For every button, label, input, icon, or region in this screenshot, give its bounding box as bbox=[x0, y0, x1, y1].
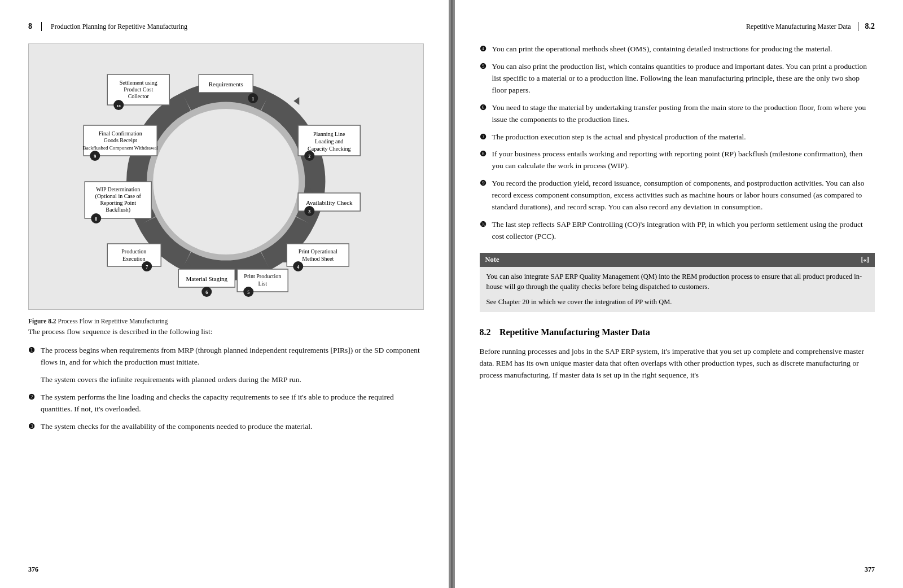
svg-text:(Optional in Case of: (Optional in Case of bbox=[95, 193, 142, 200]
intro-text: The process flow sequence is described i… bbox=[28, 326, 424, 338]
bullet-9: ❾ bbox=[480, 178, 489, 189]
svg-text:Method Sheet: Method Sheet bbox=[302, 256, 334, 262]
list-item-5-text: You can also print the production list, … bbox=[492, 61, 875, 96]
section-body-text: Before running processes and jobs in the… bbox=[480, 346, 875, 381]
body-text-right: ❹ You can print the operational methods … bbox=[480, 43, 875, 243]
bullet-1: ❶ bbox=[28, 345, 37, 356]
section-num: 8.2 bbox=[480, 327, 491, 337]
list-item-2: ❷ The system performs the line loading a… bbox=[28, 392, 424, 415]
svg-text:7: 7 bbox=[146, 265, 148, 270]
list-item-1: ❶ The process begins when requirements f… bbox=[28, 345, 424, 368]
svg-text:Planning Line: Planning Line bbox=[313, 131, 345, 137]
list-item-2-text: The system performs the line loading and… bbox=[41, 392, 424, 415]
left-page-number: 8 bbox=[28, 20, 32, 32]
svg-text:Backflushed Component Withdraw: Backflushed Component Withdrawal bbox=[83, 145, 159, 151]
svg-text:8: 8 bbox=[95, 217, 97, 222]
left-footer: 376 bbox=[28, 564, 38, 574]
svg-text:2: 2 bbox=[308, 154, 310, 159]
list-item-3: ❸ The system checks for the availability… bbox=[28, 421, 424, 433]
list-item-9-text: You record the production yield, record … bbox=[492, 178, 875, 213]
diagram-container: Requirements 1 Planning Line Loading and… bbox=[40, 58, 412, 300]
svg-text:Requirements: Requirements bbox=[209, 81, 243, 87]
svg-text:Material Staging: Material Staging bbox=[186, 275, 227, 282]
body-text-left: The process flow sequence is described i… bbox=[28, 326, 424, 432]
note-label: Note bbox=[485, 254, 499, 265]
list-item-8: ❽ If your business process entails worki… bbox=[480, 148, 875, 172]
list-item-5: ❺ You can also print the production list… bbox=[480, 61, 875, 96]
bullet-6: ❻ bbox=[480, 102, 489, 113]
note-header: Note [«] bbox=[480, 253, 875, 267]
list-item-9: ❾ You record the production yield, recor… bbox=[480, 178, 875, 213]
right-footer: 377 bbox=[865, 564, 875, 574]
bullet-4: ❹ bbox=[480, 43, 489, 55]
svg-text:Reporting Point: Reporting Point bbox=[100, 200, 136, 206]
list-item-10-text: The last step reflects SAP ERP Controlli… bbox=[492, 219, 875, 243]
list-item-6: ❻ You need to stage the material by unde… bbox=[480, 102, 875, 126]
figure-box: Requirements 1 Planning Line Loading and… bbox=[28, 43, 424, 310]
svg-text:Loading and: Loading and bbox=[315, 138, 343, 144]
svg-text:Execution: Execution bbox=[122, 256, 146, 262]
left-page: 8 Production Planning for Repetitive Man… bbox=[0, 0, 449, 588]
bullet-7: ❼ bbox=[480, 131, 489, 143]
left-header: 8 Production Planning for Repetitive Man… bbox=[28, 20, 424, 32]
svg-text:Availability Check: Availability Check bbox=[306, 199, 353, 206]
figure-caption: Figure 8.2 Process Flow in Repetitive Ma… bbox=[28, 317, 424, 326]
svg-text:Print Operational: Print Operational bbox=[299, 248, 337, 254]
svg-point-2 bbox=[154, 109, 298, 254]
note-body: You can also integrate SAP ERP Quality M… bbox=[480, 267, 875, 312]
svg-text:Goods Receipt: Goods Receipt bbox=[104, 137, 137, 143]
section-body: Before running processes and jobs in the… bbox=[480, 346, 875, 381]
list-item-7-text: The production execution step is the act… bbox=[492, 131, 875, 143]
svg-text:Final Confirmation: Final Confirmation bbox=[99, 130, 142, 137]
bullet-5: ❺ bbox=[480, 61, 489, 72]
page-divider bbox=[451, 0, 453, 588]
right-page: Repetitive Manufacturing Master Data 8.2… bbox=[455, 0, 904, 588]
right-header-separator bbox=[858, 22, 858, 31]
list-item-3-text: The system checks for the availability o… bbox=[41, 421, 424, 433]
left-page-footer-num: 376 bbox=[28, 565, 38, 573]
figure-caption-bold: Figure 8.2 bbox=[28, 318, 56, 324]
bullet-3: ❸ bbox=[28, 421, 37, 432]
svg-text:Capacity Checking: Capacity Checking bbox=[308, 146, 350, 152]
svg-text:Collector: Collector bbox=[128, 93, 150, 99]
right-page-number: 8.2 bbox=[865, 20, 875, 32]
svg-text:List: List bbox=[258, 280, 267, 287]
svg-text:Print Production: Print Production bbox=[244, 273, 281, 279]
section-title: Repetitive Manufacturing Master Data bbox=[499, 327, 650, 337]
list-item-1-sub: The system covers the infinite requireme… bbox=[41, 374, 424, 386]
note-line-1: You can also integrate SAP ERP Quality M… bbox=[486, 271, 869, 293]
right-header-title: Repetitive Manufacturing Master Data bbox=[746, 21, 851, 32]
svg-marker-3 bbox=[293, 97, 299, 105]
right-header: Repetitive Manufacturing Master Data 8.2 bbox=[480, 20, 875, 32]
figure-caption-text: Process Flow in Repetitive Manufacturing bbox=[58, 318, 168, 324]
header-separator bbox=[41, 22, 42, 31]
svg-text:6: 6 bbox=[205, 290, 208, 295]
note-box: Note [«] You can also integrate SAP ERP … bbox=[480, 253, 875, 312]
bullet-10: ❿ bbox=[480, 219, 489, 230]
list-item-8-text: If your business process entails working… bbox=[492, 148, 875, 172]
svg-text:3: 3 bbox=[308, 209, 310, 214]
svg-text:Backflush): Backflush) bbox=[106, 207, 130, 213]
svg-text:10: 10 bbox=[117, 104, 121, 108]
bullet-2: ❷ bbox=[28, 392, 37, 403]
right-page-footer-num: 377 bbox=[865, 565, 875, 573]
list-item-4-text: You can print the operational methods sh… bbox=[492, 43, 875, 55]
list-item-6-text: You need to stage the material by undert… bbox=[492, 102, 875, 126]
left-header-title: Production Planning for Repetitive Manuf… bbox=[51, 21, 187, 32]
list-item-1-text: The process begins when requirements fro… bbox=[41, 345, 424, 368]
svg-rect-37 bbox=[107, 244, 161, 266]
list-item-7: ❼ The production execution step is the a… bbox=[480, 131, 875, 143]
svg-text:WIP Determination: WIP Determination bbox=[96, 186, 140, 192]
note-line-2: See Chapter 20 in which we cover the int… bbox=[486, 297, 869, 308]
diagram-svg: Requirements 1 Planning Line Loading and… bbox=[40, 58, 412, 300]
svg-text:1: 1 bbox=[252, 96, 254, 102]
list-item-10: ❿ The last step reflects SAP ERP Control… bbox=[480, 219, 875, 243]
section-heading: 8.2 Repetitive Manufacturing Master Data bbox=[480, 326, 875, 339]
bullet-8: ❽ bbox=[480, 148, 489, 160]
svg-text:5: 5 bbox=[247, 290, 249, 295]
svg-text:Product Cost: Product Cost bbox=[124, 86, 153, 93]
svg-text:Production: Production bbox=[121, 248, 146, 254]
svg-text:4: 4 bbox=[297, 265, 299, 270]
svg-text:Settlement using: Settlement using bbox=[120, 80, 157, 86]
note-bracket: [«] bbox=[861, 254, 869, 265]
